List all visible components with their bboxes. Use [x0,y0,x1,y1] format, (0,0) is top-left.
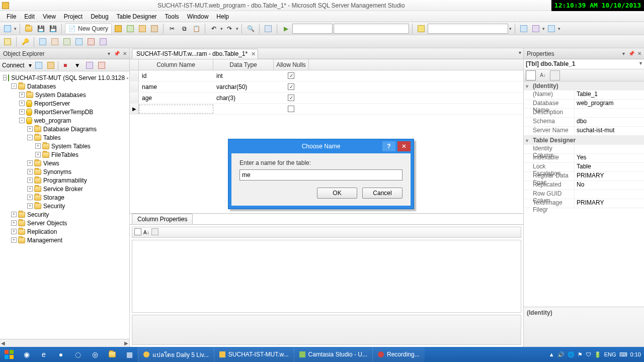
config-combobox[interactable] [428,24,508,34]
taskbar-app-icon[interactable]: ◌ [69,347,87,362]
cell-column-name[interactable]: id [139,72,213,79]
alphabetical-icon[interactable]: A↓ [143,230,149,235]
object-explorer-tree[interactable]: −SUCHAT-IST-MUT (SQL Server 11.0.3128 - … [0,71,129,339]
connect-button[interactable]: Connect [2,62,27,69]
activity-monitor-icon[interactable] [416,23,427,34]
tree-serverobjects[interactable]: Server Objects [27,220,67,227]
pin-icon[interactable]: 📌 [113,50,120,57]
template-icon[interactable] [546,23,557,34]
cell-data-type[interactable]: int [213,72,274,79]
cell-column-name[interactable]: age [139,95,213,102]
expand-icon[interactable]: + [11,220,17,226]
indexes-icon[interactable] [49,36,60,47]
mdx-query-icon[interactable] [137,23,148,34]
taskbar-chrome-icon[interactable]: ◉ [18,347,35,362]
expand-icon[interactable]: + [19,101,25,106]
expand-icon[interactable]: + [11,212,17,217]
expand-icon[interactable]: + [19,92,25,98]
expand-icon[interactable]: + [35,152,41,157]
paste-icon[interactable]: 📋 [191,23,202,34]
property-pages-icon[interactable] [151,228,158,237]
dropdown-icon[interactable]: ▾ [105,50,112,57]
taskbar-item[interactable]: Camtasia Studio - U... [294,347,372,362]
properties-object-name[interactable]: [Tbl] dbo.Table_1 [524,59,644,69]
prop-category-identity[interactable]: (Identity) [524,81,644,90]
tree-storage[interactable]: Storage [43,194,64,201]
taskbar-item[interactable]: SUCHAT-IST-MUT.w... [214,347,294,362]
menu-table-designer[interactable]: Table Designer [113,12,160,21]
tree-systables[interactable]: System Tables [51,143,91,150]
cell-allow-nulls[interactable]: ✓ [274,95,309,101]
tree-reportserver[interactable]: ReportServer [34,100,70,107]
menu-project[interactable]: Project [60,12,86,21]
header-column-name[interactable]: Column Name [139,59,213,70]
cell-allow-nulls[interactable] [274,106,309,112]
menu-window[interactable]: Window [184,12,212,21]
tree-synonyms[interactable]: Synonyms [43,168,71,175]
horizontal-scrollbar[interactable]: ◀▶ [0,339,129,347]
new-project-icon[interactable] [2,23,13,34]
tree-security[interactable]: Security [27,211,49,218]
key-icon[interactable]: 🔑 [20,36,31,47]
tray-icon[interactable]: 🔋 [594,351,601,358]
expand-icon[interactable]: + [11,237,17,243]
collapse-icon[interactable]: − [19,118,25,123]
tray-icon[interactable]: ⌨ [619,351,627,358]
cancel-button[interactable]: Cancel [362,188,403,199]
tree-management[interactable]: Management [27,237,62,244]
open-icon[interactable] [23,23,34,34]
tree-databases[interactable]: Databases [27,83,56,90]
tree-servicebroker[interactable]: Service Broker [43,186,83,193]
taskbar-app-icon[interactable]: ▦ [121,347,138,362]
checkbox-icon[interactable]: ✓ [288,95,294,101]
cell-column-name-new[interactable] [139,105,213,114]
collapse-icon[interactable]: − [3,75,7,80]
tab-overflow-icon[interactable]: ▾ [519,50,521,55]
xmla-query-icon[interactable] [149,23,160,34]
pin-icon[interactable]: 📌 [628,50,635,57]
redo-icon[interactable]: ↷ [224,23,235,34]
column-properties-tab[interactable]: Column Properties [132,214,193,224]
menu-debug[interactable]: Debug [87,12,112,21]
generate-script-icon[interactable] [2,36,13,47]
db-engine-query-icon[interactable] [113,23,124,34]
check-constraints-icon[interactable] [86,36,97,47]
save-all-icon[interactable]: 💾 [47,23,58,34]
tree-views[interactable]: Views [43,160,59,167]
execute-target-combobox[interactable] [334,24,409,34]
database-combobox[interactable] [292,24,333,34]
expand-icon[interactable]: + [27,186,33,192]
dialog-help-icon[interactable]: ? [382,141,395,151]
sync-icon[interactable] [97,60,107,70]
dialog-titlebar[interactable]: Choose Name ? ✕ [228,139,414,153]
dialog-close-icon[interactable]: ✕ [397,141,411,151]
relationships-icon[interactable] [37,36,48,47]
ok-button[interactable]: OK [317,188,357,199]
expand-icon[interactable]: + [27,160,33,166]
expand-icon[interactable]: + [11,229,17,234]
system-tray[interactable]: ▲ 🔊 🌐 ⚑ 🛡 🔋 ENG ⌨ 0:10 [549,347,644,362]
taskbar-item[interactable]: แปลโดย Daily 5 Liv... [138,347,214,362]
tray-icon[interactable]: ⚑ [578,351,583,358]
expand-icon[interactable]: + [27,126,33,132]
cell-allow-nulls[interactable]: ✓ [274,83,309,90]
tree-server[interactable]: SUCHAT-IST-MUT (SQL Server 11.0.3128 - [11,74,128,81]
column-properties-body[interactable] [132,240,521,313]
taskbar-item[interactable]: Recording... [372,347,425,362]
header-data-type[interactable]: Data Type [213,59,274,70]
menu-file[interactable]: File [3,12,20,21]
taskbar-app-icon[interactable]: ● [52,347,69,362]
tree-reportservertempdb[interactable]: ReportServerTempDB [34,109,93,116]
collapse-icon[interactable]: − [11,83,17,89]
object-explorer-icon[interactable] [530,23,541,34]
menu-edit[interactable]: Edit [21,12,38,21]
tray-icon[interactable]: 🔊 [557,351,565,358]
alphabetical-icon[interactable]: A↓ [538,70,548,80]
connect-icon[interactable] [34,60,44,70]
fulltext-icon[interactable] [61,36,72,47]
refresh-icon[interactable] [85,60,95,70]
save-icon[interactable]: 💾 [35,23,46,34]
tree-dbdiagrams[interactable]: Database Diagrams [43,126,97,133]
cut-icon[interactable]: ✂ [167,23,178,34]
expand-icon[interactable]: + [35,143,41,149]
